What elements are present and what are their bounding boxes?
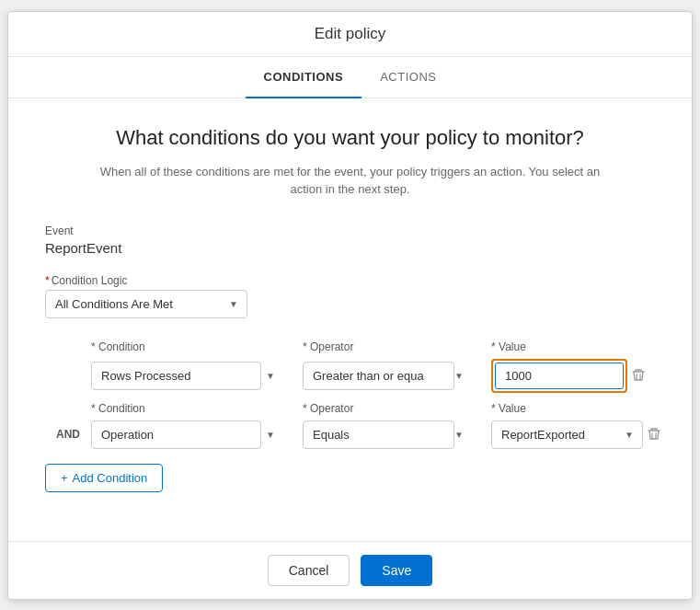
operator-header-1: * Operator: [303, 340, 473, 353]
value-header-1: * Value: [491, 340, 622, 353]
operator-select-1[interactable]: Greater than or equal: [303, 362, 454, 390]
page-subtext: When all of these conditions are met for…: [84, 163, 617, 199]
value-input-highlight: [491, 359, 627, 393]
condition-select-2[interactable]: Operation: [91, 420, 261, 449]
row1-header: * Condition * Operator * Value: [45, 340, 655, 353]
condition-logic-section: *Condition Logic All Conditions Are Met …: [45, 274, 655, 318]
condition-header-1: * Condition: [91, 340, 284, 353]
tab-bar: CONDITIONS ACTIONS: [8, 57, 692, 98]
and-label-2: AND: [45, 428, 91, 441]
operator-select-2[interactable]: Equals: [303, 420, 454, 449]
delete-row-1-button[interactable]: [627, 364, 649, 386]
value-select-2-wrapper: ReportExported: [491, 420, 643, 449]
condition-logic-select[interactable]: All Conditions Are Met Any Condition Is …: [45, 290, 247, 318]
event-label: Event: [45, 224, 655, 237]
page-heading: What conditions do you want your policy …: [45, 126, 655, 150]
tab-conditions[interactable]: CONDITIONS: [246, 57, 362, 98]
modal-title: Edit policy: [27, 25, 673, 43]
modal-footer: Cancel Save: [8, 541, 692, 599]
condition-row-1: Rows Processed Greater than or equal: [45, 359, 655, 393]
add-condition-icon: +: [61, 471, 68, 485]
operator-select-2-wrapper: Equals: [303, 420, 473, 449]
condition-row-2: AND Operation Equals ReportExpo: [45, 420, 655, 449]
value-cell-2: ReportExported: [491, 420, 643, 449]
value-select-2[interactable]: ReportExported: [491, 420, 643, 449]
modal-header: Edit policy: [8, 12, 692, 57]
modal-container: Edit policy CONDITIONS ACTIONS What cond…: [7, 11, 693, 600]
value-header-2: * Value: [491, 402, 622, 415]
condition-logic-label: *Condition Logic: [45, 274, 655, 287]
delete-row-2-button[interactable]: [643, 423, 665, 445]
row2-header: * Condition * Operator * Value: [45, 402, 655, 415]
add-condition-label: Add Condition: [73, 471, 148, 485]
condition-logic-wrapper: All Conditions Are Met Any Condition Is …: [45, 290, 247, 318]
cancel-button[interactable]: Cancel: [268, 555, 350, 586]
event-section: Event ReportEvent: [45, 224, 655, 256]
modal-body: What conditions do you want your policy …: [8, 98, 692, 541]
condition-header-2: * Condition: [91, 402, 284, 415]
value-input-1[interactable]: [495, 363, 624, 389]
condition-select-1[interactable]: Rows Processed: [91, 362, 261, 390]
and-spacer-2: [45, 402, 91, 415]
tab-actions[interactable]: ACTIONS: [361, 57, 454, 98]
value-cell-1: [491, 359, 627, 393]
and-spacer-1: [45, 340, 91, 353]
condition-select-1-wrapper: Rows Processed: [91, 362, 284, 390]
required-star: *: [45, 274, 50, 287]
operator-header-2: * Operator: [303, 402, 473, 415]
conditions-table: * Condition * Operator * Value Rows Proc…: [45, 340, 655, 449]
save-button[interactable]: Save: [361, 555, 432, 586]
condition-select-2-wrapper: Operation: [91, 420, 284, 449]
operator-select-1-wrapper: Greater than or equal: [303, 362, 473, 390]
add-condition-button[interactable]: + Add Condition: [45, 464, 163, 492]
event-value: ReportEvent: [45, 240, 655, 256]
